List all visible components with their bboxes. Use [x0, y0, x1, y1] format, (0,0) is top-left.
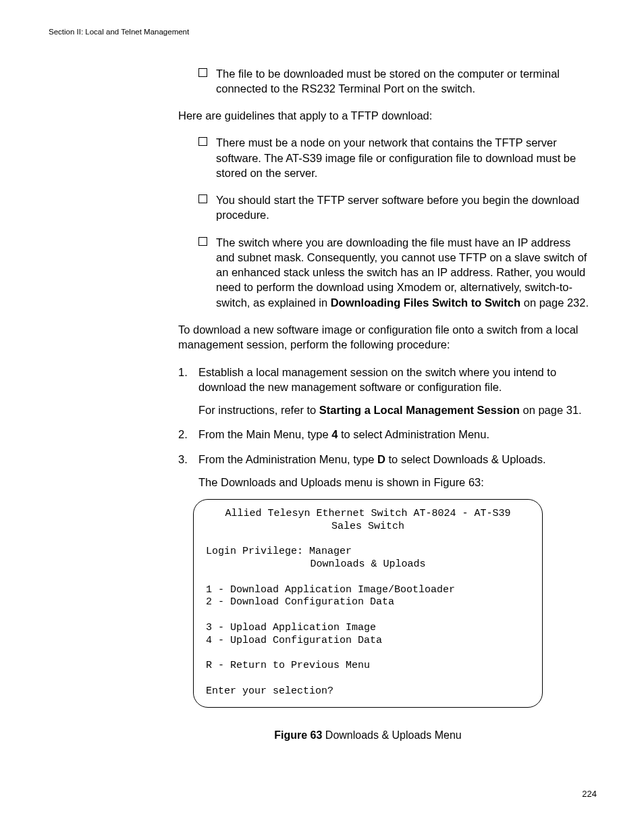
checklist-text: There must be a node on your network tha…: [216, 136, 576, 179]
checklist-item: There must be a node on your network tha…: [178, 135, 590, 180]
text-run: to select Downloads & Uploads.: [385, 453, 546, 465]
numbered-steps: 1. Establish a local management session …: [178, 365, 590, 490]
bold-text: Downloading Files Switch to Switch: [331, 296, 520, 309]
terminal-line: Downloads & Uploads: [206, 558, 530, 571]
step-number: 3.: [178, 452, 188, 467]
checklist-item: You should start the TFTP server softwar…: [178, 192, 590, 223]
terminal-figure: Allied Telesyn Ethernet Switch AT-8024 -…: [193, 499, 543, 743]
step-item: 3. From the Administration Menu, type D …: [178, 452, 590, 490]
checklist-1: The file to be downloaded must be stored…: [178, 66, 590, 97]
terminal-line: 2 - Download Configuration Data: [206, 596, 394, 608]
step-number: 2.: [178, 427, 188, 442]
checklist-text: The switch where you are downloading the…: [216, 236, 589, 309]
paragraph: Here are guidelines that apply to a TFTP…: [178, 108, 590, 123]
checkbox-empty-icon: [198, 237, 207, 246]
terminal-line: R - Return to Previous Menu: [206, 660, 370, 671]
checkbox-empty-icon: [198, 194, 207, 203]
checklist-2: There must be a node on your network tha…: [178, 135, 590, 310]
step-subtext: The Downloads and Uploads menu is shown …: [198, 475, 590, 490]
step-subtext: For instructions, refer to Starting a Lo…: [198, 402, 590, 417]
terminal-screen: Allied Telesyn Ethernet Switch AT-8024 -…: [193, 499, 543, 708]
bold-text: D: [377, 453, 385, 465]
step-number: 1.: [178, 365, 188, 380]
checklist-item: The switch where you are downloading the…: [178, 235, 590, 310]
checklist-text: The file to be downloaded must be stored…: [216, 68, 560, 95]
figure-caption: Figure 63 Downloads & Uploads Menu: [193, 728, 543, 743]
terminal-line: 4 - Upload Configuration Data: [206, 635, 382, 646]
terminal-line: Sales Switch: [206, 521, 530, 533]
running-head: Section II: Local and Telnet Management: [49, 27, 597, 38]
terminal-line: Login Privilege: Manager: [206, 546, 352, 557]
terminal-line: Allied Telesyn Ethernet Switch AT-8024 -…: [206, 508, 530, 521]
step-item: 2. From the Main Menu, type 4 to select …: [178, 427, 590, 442]
text-run: on page 31.: [520, 404, 582, 416]
text-run: For instructions, refer to: [198, 404, 319, 416]
terminal-line: 1 - Download Application Image/Bootloade…: [206, 584, 455, 596]
bold-text: 4: [331, 428, 338, 440]
figure-title: Downloads & Uploads Menu: [322, 729, 461, 741]
text-run: on page 232.: [520, 296, 589, 309]
text-run: to select Administration Menu.: [338, 428, 489, 440]
step-text: From the Administration Menu, type D to …: [198, 453, 546, 465]
checklist-item: The file to be downloaded must be stored…: [178, 66, 590, 97]
bold-text: Starting a Local Management Session: [319, 404, 520, 416]
step-text: Establish a local management session on …: [198, 366, 556, 393]
page-number: 224: [582, 788, 597, 800]
text-run: From the Main Menu, type: [198, 428, 331, 440]
checkbox-empty-icon: [198, 137, 207, 146]
text-run: From the Administration Menu, type: [198, 453, 377, 465]
step-text: From the Main Menu, type 4 to select Adm…: [198, 428, 489, 440]
terminal-line: 3 - Upload Application Image: [206, 622, 376, 633]
paragraph: To download a new software image or conf…: [178, 322, 590, 353]
page: Section II: Local and Telnet Management …: [0, 0, 644, 834]
checklist-text: You should start the TFTP server softwar…: [216, 194, 579, 221]
checkbox-empty-icon: [198, 68, 207, 77]
step-item: 1. Establish a local management session …: [178, 365, 590, 418]
page-content: The file to be downloaded must be stored…: [178, 66, 590, 743]
terminal-line: Enter your selection?: [206, 685, 333, 697]
figure-label: Figure 63: [274, 729, 322, 741]
